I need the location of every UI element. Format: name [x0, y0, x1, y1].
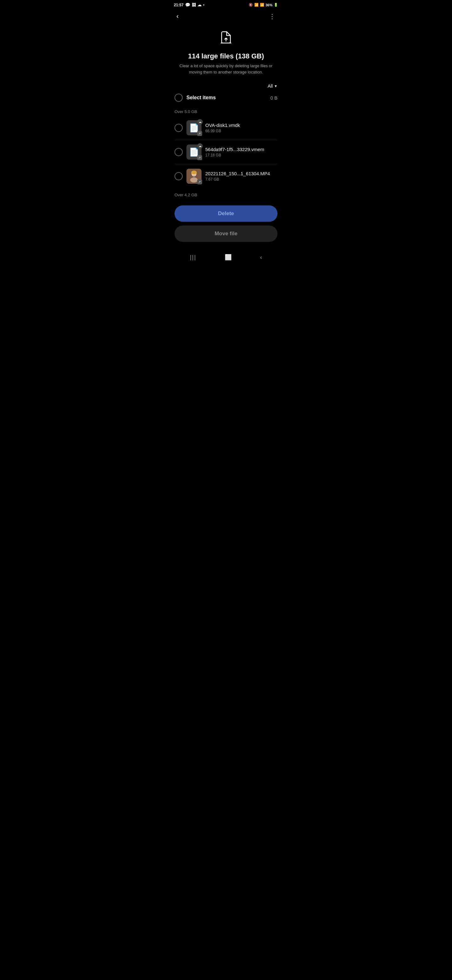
more-options-button[interactable]: ⋮	[266, 11, 278, 21]
select-all-row: Select items 0 B	[170, 91, 282, 105]
battery-display: 36%	[266, 3, 273, 7]
file-checkbox-mp4[interactable]	[174, 172, 183, 180]
bottom-nav-bar: ||| ⬜ ‹	[170, 248, 282, 269]
back-button[interactable]: ‹	[174, 11, 181, 22]
hero-description: Clear a lot of space quickly by deleting…	[177, 63, 275, 75]
bottom-section: Delete Move file	[170, 199, 282, 245]
move-file-button[interactable]: Move file	[174, 226, 278, 242]
back-nav-item[interactable]: ‹	[254, 252, 268, 262]
file-checkbox-vmem[interactable]	[174, 148, 183, 156]
delete-button[interactable]: Delete	[174, 205, 278, 222]
hero-section: 114 large files (138 GB) Clear a lot of …	[170, 23, 282, 80]
file-list: 📄 ☁ ↗ OVA-disk1.vmdk 66.99 GB 📄 ☁ ↗ 564d…	[170, 116, 282, 188]
file-size-mp4: 7.67 GB	[205, 177, 278, 181]
file-info-vmdk: OVA-disk1.vmdk 66.99 GB	[205, 123, 278, 133]
time-display: 21:57	[174, 3, 184, 7]
file-item-mp4[interactable]: ↗ 20221126_150...1_61304.MP4 7.67 GB	[174, 164, 278, 188]
battery-icon: 🔋	[274, 3, 278, 7]
cloud-status-icon: ☁	[197, 3, 201, 7]
select-all-left: Select items	[174, 94, 216, 102]
expand-badge-vmdk: ↗	[197, 131, 202, 136]
section-header-5gb: Over 5.0 GB	[170, 105, 282, 116]
cloud-badge-vmdk: ☁	[197, 119, 203, 125]
section-header-4gb: Over 4.2 GB	[170, 188, 282, 199]
select-all-label: Select items	[186, 95, 216, 100]
file-checkbox-vmdk[interactable]	[174, 124, 183, 132]
file-info-mp4: 20221126_150...1_61304.MP4 7.67 GB	[205, 171, 278, 181]
filter-label: All	[267, 83, 273, 89]
top-nav: ‹ ⋮	[170, 8, 282, 23]
dot-icon: ●	[203, 3, 205, 6]
gallery-icon: 🖼	[192, 3, 196, 7]
wifi-icon: 📶	[254, 3, 259, 7]
hero-title: 114 large files (138 GB)	[177, 52, 275, 60]
recents-nav-item[interactable]: |||	[184, 252, 203, 262]
file-item-vmdk[interactable]: 📄 ☁ ↗ OVA-disk1.vmdk 66.99 GB	[174, 116, 278, 140]
filter-row: All ▼	[170, 80, 282, 91]
file-size-vmem: 17.18 GB	[205, 153, 278, 158]
file-name-vmdk: OVA-disk1.vmdk	[205, 123, 278, 128]
signal-icon: 📶	[260, 3, 264, 7]
file-thumb-vmem: 📄 ☁ ↗	[186, 145, 201, 159]
home-nav-item[interactable]: ⬜	[219, 252, 238, 262]
svg-point-4	[191, 170, 197, 174]
file-item-vmem[interactable]: 📄 ☁ ↗ 564da9f7-1f5...33229.vmem 17.18 GB	[174, 140, 278, 164]
chevron-down-icon: ▼	[274, 84, 278, 88]
expand-badge-vmem: ↗	[197, 155, 202, 160]
svg-rect-3	[193, 176, 195, 178]
file-name-mp4: 20221126_150...1_61304.MP4	[205, 171, 278, 176]
file-thumb-mp4: ↗	[186, 169, 201, 184]
file-name-vmem: 564da9f7-1f5...33229.vmem	[205, 147, 278, 152]
file-thumb-vmdk: 📄 ☁ ↗	[186, 120, 201, 135]
file-upload-icon	[177, 29, 275, 49]
cloud-badge-vmem: ☁	[197, 143, 203, 149]
select-all-checkbox[interactable]	[174, 94, 183, 102]
selected-size-display: 0 B	[270, 95, 278, 100]
status-right: 🔇 📶 📶 36% 🔋	[249, 3, 278, 7]
file-size-vmdk: 66.99 GB	[205, 129, 278, 133]
svg-point-2	[190, 177, 198, 183]
status-bar: 21:57 💬 🖼 ☁ ● 🔇 📶 📶 36% 🔋	[170, 0, 282, 8]
whatsapp-icon: 💬	[185, 3, 190, 7]
status-left: 21:57 💬 🖼 ☁ ●	[174, 3, 205, 7]
filter-button[interactable]: All ▼	[267, 83, 278, 89]
mute-icon: 🔇	[249, 3, 253, 7]
file-info-vmem: 564da9f7-1f5...33229.vmem 17.18 GB	[205, 147, 278, 158]
expand-badge-mp4: ↗	[197, 179, 202, 185]
